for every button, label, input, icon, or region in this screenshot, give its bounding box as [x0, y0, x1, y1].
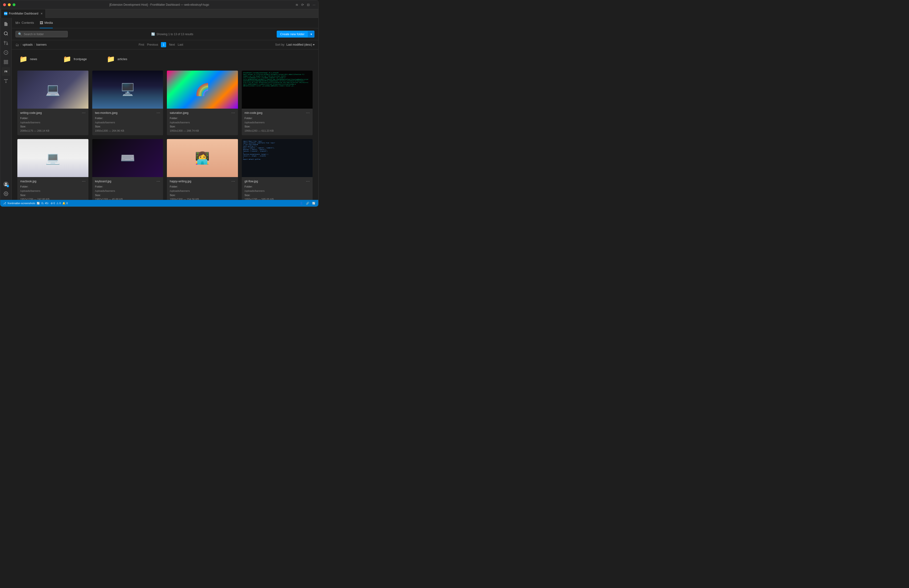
tab-contents[interactable]: M+ Contents [15, 18, 34, 28]
media-header-two-monitors: two-monitors.jpeg ⋯ [95, 111, 160, 115]
more-icon[interactable]: ··· [313, 3, 315, 6]
content-area: M+ Contents 🖼 Media 🔍 🔄 Showing 1 to 13 … [12, 18, 318, 200]
breadcrumb-uploads[interactable]: uploads [23, 43, 32, 46]
pagination-prev[interactable]: Previous [147, 43, 158, 46]
media-grid-container: 📁 news 📁 frontpage 📁 articles [12, 49, 318, 200]
media-card-writing-code[interactable]: writing-code.jpeg ⋯ Folder: /uploads/ban… [17, 71, 89, 135]
search-box[interactable]: 🔍 [15, 31, 68, 37]
filename-saturation: saturation.jpeg [170, 111, 189, 115]
media-header-git-flow: git-flow.jpg ⋯ [245, 179, 310, 183]
search-input[interactable] [24, 32, 65, 36]
frontmatter-tab[interactable]: FM FrontMatter Dashboard × [1, 9, 46, 18]
folder-news-name: news [30, 57, 37, 61]
folder-articles[interactable]: 📁 articles [105, 53, 143, 65]
sidebar-item-account[interactable]: 1 [2, 180, 10, 189]
media-menu-happy-writing[interactable]: ⋯ [231, 179, 235, 183]
folder-frontpage-icon: 📁 [63, 55, 71, 63]
status-bar: ⎇ frontmatter-screenshots 🔄 0↓ 45↑ ⊘ 0 ⚠… [0, 200, 318, 207]
media-card-keyboard[interactable]: keyboard.jpg ⋯ Folder: /uploads/banners … [92, 139, 163, 200]
maximize-button[interactable] [13, 3, 15, 6]
breadcrumb-banners[interactable]: banners [36, 43, 47, 46]
svg-point-2 [6, 44, 8, 45]
status-left: ⎇ frontmatter-screenshots 🔄 0↓ 45↑ ⊘ 0 ⚠… [3, 202, 68, 205]
media-menu-writing-code[interactable]: ⋯ [82, 111, 86, 115]
create-folder-button[interactable]: Create new folder ▼ [277, 31, 315, 37]
tab-media[interactable]: 🖼 Media [40, 18, 53, 28]
media-card-min-code[interactable]: attachEvent('onreadystatechange',H),e.at… [242, 71, 313, 135]
media-info-two-monitors: two-monitors.jpeg ⋯ Folder: /uploads/ban… [92, 108, 163, 135]
tab-fm-icon: FM [4, 12, 7, 15]
pagination: First Previous 1 Next Last [48, 42, 274, 47]
sidebar-item-search[interactable] [2, 29, 10, 38]
folder-row: 📁 news 📁 frontpage 📁 articles [17, 53, 313, 65]
sidebar: FM 1 [0, 18, 12, 200]
search-icon: 🔍 [18, 32, 22, 36]
media-thumb-saturation [167, 71, 238, 108]
sidebar-item-debug[interactable] [2, 48, 10, 57]
git-branch-name[interactable]: frontmatter-screenshots [8, 202, 35, 205]
media-card-happy-writing[interactable]: happy-writing.jpg ⋯ Folder: /uploads/ban… [167, 139, 238, 200]
folder-frontpage[interactable]: 📁 frontpage [61, 53, 99, 65]
sub-nav: M+ Contents 🖼 Media [12, 18, 318, 28]
media-menu-two-monitors[interactable]: ⋯ [157, 111, 160, 115]
create-button-arrow[interactable]: ▼ [308, 31, 315, 37]
tab-close-button[interactable]: × [40, 12, 42, 15]
svg-point-3 [4, 41, 5, 42]
sort-dropdown[interactable]: Last modified (desc) ▾ [286, 43, 315, 46]
minimize-button[interactable] [8, 3, 11, 6]
media-meta-two-monitors: Folder: /uploads/banners Size: 1950x1300… [95, 116, 160, 133]
pagination-first[interactable]: First [139, 43, 144, 46]
media-header-min-code: min-code.jpeg ⋯ [245, 111, 310, 115]
media-card-saturation[interactable]: saturation.jpeg ⋯ Folder: /uploads/banne… [167, 71, 238, 135]
sidebar-item-font[interactable] [2, 77, 10, 85]
info-status: 🔔 0 [62, 202, 68, 205]
sidebar-item-settings[interactable] [2, 189, 10, 198]
media-menu-keyboard[interactable]: ⋯ [157, 179, 160, 183]
media-meta-saturation: Folder: /uploads/banners Size: 1950x1300… [170, 116, 235, 133]
sort-label: Sort by: [275, 43, 285, 46]
filename-min-code: min-code.jpeg [245, 111, 262, 115]
media-card-two-monitors[interactable]: two-monitors.jpeg ⋯ Folder: /uploads/ban… [92, 71, 163, 135]
media-header-keyboard: keyboard.jpg ⋯ [95, 179, 160, 183]
split-icon[interactable]: ⊟ [307, 3, 310, 6]
home-icon[interactable]: 🗂 [15, 43, 19, 47]
status-right: 👤 🔗 🔄 [300, 202, 315, 205]
sync-status: 0↓ 45↑ [41, 202, 49, 205]
breadcrumb-sep-1: / [21, 43, 21, 46]
pagination-last[interactable]: Last [178, 43, 183, 46]
showing-text: Showing 1 to 13 of 13 results [157, 32, 193, 36]
media-menu-git-flow[interactable]: ⋯ [306, 179, 310, 183]
svg-rect-6 [6, 60, 8, 62]
sort-control: Sort by: Last modified (desc) ▾ [275, 43, 315, 46]
media-card-macbook[interactable]: macbook.jpg ⋯ Folder: /uploads/banners S… [17, 139, 89, 200]
media-menu-macbook[interactable]: ⋯ [82, 179, 86, 183]
sidebar-bottom: 1 [2, 180, 10, 200]
svg-line-1 [6, 34, 8, 36]
sidebar-item-extensions[interactable] [2, 58, 10, 66]
folder-news[interactable]: 📁 news [17, 53, 55, 65]
contents-icon: M+ [15, 21, 20, 25]
media-info-keyboard: keyboard.jpg ⋯ Folder: /uploads/banners … [92, 177, 163, 200]
sidebar-item-git[interactable] [2, 39, 10, 47]
remote-icon[interactable]: ⟳ [301, 3, 304, 6]
close-button[interactable] [3, 3, 6, 6]
sidebar-item-explorer[interactable] [2, 20, 10, 28]
folder-articles-icon: 📁 [107, 55, 115, 63]
svg-rect-8 [4, 63, 5, 64]
media-header-happy-writing: happy-writing.jpg ⋯ [170, 179, 235, 183]
pagination-next[interactable]: Next [169, 43, 175, 46]
media-header-saturation: saturation.jpeg ⋯ [170, 111, 235, 115]
media-card-git-flow[interactable]: import React from 'react' import {useSta… [242, 139, 313, 200]
media-thumb-macbook [17, 139, 89, 177]
media-menu-saturation[interactable]: ⋯ [231, 111, 235, 115]
media-menu-min-code[interactable]: ⋯ [306, 111, 310, 115]
create-button-label: Create new folder [277, 31, 308, 37]
git-branch-icon: ⎇ [3, 202, 6, 205]
broadcast-icon[interactable]: ≋ [295, 3, 298, 6]
title-bar: [Extension Development Host] - FrontMatt… [0, 0, 318, 9]
sidebar-item-frontmatter[interactable]: FM [2, 67, 10, 76]
traffic-lights [3, 3, 15, 6]
pagination-current: 1 [161, 42, 166, 47]
filename-happy-writing: happy-writing.jpg [170, 180, 191, 183]
svg-point-11 [5, 183, 6, 184]
